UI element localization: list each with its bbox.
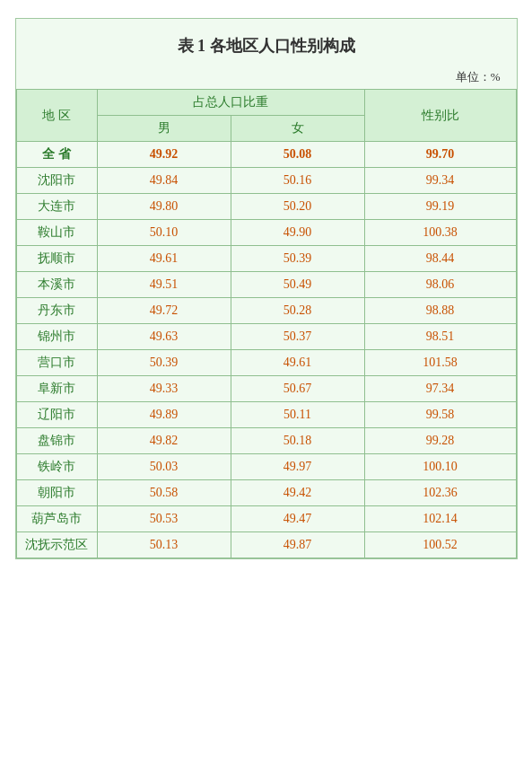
cell-female: 50.49: [231, 272, 364, 298]
cell-male: 50.39: [97, 350, 231, 376]
cell-sex-ratio: 99.34: [364, 168, 516, 194]
cell-male: 49.61: [97, 246, 231, 272]
cell-female: 50.39: [231, 246, 364, 272]
cell-sex-ratio: 98.88: [364, 298, 516, 324]
cell-sex-ratio: 100.38: [364, 220, 516, 246]
cell-region: 沈阳市: [16, 168, 97, 194]
table-row: 铁岭市50.0349.97100.10: [16, 454, 516, 480]
table-row: 抚顺市49.6150.3998.44: [16, 246, 516, 272]
table-row: 本溪市49.5150.4998.06: [16, 272, 516, 298]
cell-female: 50.18: [231, 428, 364, 454]
cell-region: 营口市: [16, 350, 97, 376]
cell-male: 50.10: [97, 220, 231, 246]
table-row: 辽阳市49.8950.1199.58: [16, 402, 516, 428]
header-region: 地 区: [16, 90, 97, 142]
cell-female: 49.87: [231, 532, 364, 558]
cell-female: 50.11: [231, 402, 364, 428]
cell-sex-ratio: 99.58: [364, 402, 516, 428]
cell-sex-ratio: 102.14: [364, 506, 516, 532]
cell-male: 49.72: [97, 298, 231, 324]
cell-sex-ratio: 100.52: [364, 532, 516, 558]
table-title: 表 1 各地区人口性别构成: [16, 19, 517, 67]
cell-sex-ratio: 99.28: [364, 428, 516, 454]
cell-female: 50.67: [231, 376, 364, 402]
table-row: 沈抚示范区50.1349.87100.52: [16, 532, 516, 558]
cell-female: 50.37: [231, 324, 364, 350]
table-row: 丹东市49.7250.2898.88: [16, 298, 516, 324]
cell-female: 49.47: [231, 506, 364, 532]
table-row: 葫芦岛市50.5349.47102.14: [16, 506, 516, 532]
cell-female: 49.97: [231, 454, 364, 480]
cell-sex-ratio: 98.06: [364, 272, 516, 298]
header-male: 男: [97, 116, 231, 142]
cell-female: 49.42: [231, 480, 364, 506]
cell-male: 50.58: [97, 480, 231, 506]
cell-region: 抚顺市: [16, 246, 97, 272]
cell-sex-ratio: 97.34: [364, 376, 516, 402]
cell-female: 49.61: [231, 350, 364, 376]
cell-sex-ratio: 98.51: [364, 324, 516, 350]
cell-female: 50.28: [231, 298, 364, 324]
cell-male: 50.03: [97, 454, 231, 480]
table-row: 锦州市49.6350.3798.51: [16, 324, 516, 350]
cell-sex-ratio: 99.70: [364, 142, 516, 168]
header-proportion-group: 占总人口比重: [97, 90, 364, 116]
cell-region: 本溪市: [16, 272, 97, 298]
cell-sex-ratio: 99.19: [364, 194, 516, 220]
cell-region: 锦州市: [16, 324, 97, 350]
cell-sex-ratio: 102.36: [364, 480, 516, 506]
cell-male: 49.84: [97, 168, 231, 194]
table-row: 朝阳市50.5849.42102.36: [16, 480, 516, 506]
table-row: 鞍山市50.1049.90100.38: [16, 220, 516, 246]
data-table: 地 区 占总人口比重 性别比 男 女 全 省49.9250.0899.70沈阳市…: [16, 89, 517, 558]
cell-region: 全 省: [16, 142, 97, 168]
cell-male: 49.51: [97, 272, 231, 298]
cell-sex-ratio: 98.44: [364, 246, 516, 272]
cell-region: 鞍山市: [16, 220, 97, 246]
cell-male: 49.63: [97, 324, 231, 350]
cell-male: 49.92: [97, 142, 231, 168]
cell-male: 50.53: [97, 506, 231, 532]
cell-female: 50.20: [231, 194, 364, 220]
unit-label: 单位：%: [16, 67, 517, 89]
cell-region: 葫芦岛市: [16, 506, 97, 532]
cell-sex-ratio: 101.58: [364, 350, 516, 376]
cell-male: 49.82: [97, 428, 231, 454]
header-sex-ratio: 性别比: [364, 90, 516, 142]
table-row: 营口市50.3949.61101.58: [16, 350, 516, 376]
cell-sex-ratio: 100.10: [364, 454, 516, 480]
cell-region: 大连市: [16, 194, 97, 220]
cell-region: 辽阳市: [16, 402, 97, 428]
cell-region: 丹东市: [16, 298, 97, 324]
cell-male: 49.33: [97, 376, 231, 402]
cell-male: 49.89: [97, 402, 231, 428]
table-row: 盘锦市49.8250.1899.28: [16, 428, 516, 454]
cell-region: 沈抚示范区: [16, 532, 97, 558]
table-container: 表 1 各地区人口性别构成 单位：% 地 区 占总人口比重 性别比 男 女 全 …: [15, 18, 518, 559]
table-row: 全 省49.9250.0899.70: [16, 142, 516, 168]
cell-region: 阜新市: [16, 376, 97, 402]
table-row: 大连市49.8050.2099.19: [16, 194, 516, 220]
cell-region: 铁岭市: [16, 454, 97, 480]
cell-region: 盘锦市: [16, 428, 97, 454]
table-row: 阜新市49.3350.6797.34: [16, 376, 516, 402]
cell-male: 49.80: [97, 194, 231, 220]
header-female: 女: [231, 116, 364, 142]
cell-region: 朝阳市: [16, 480, 97, 506]
cell-male: 50.13: [97, 532, 231, 558]
cell-female: 50.08: [231, 142, 364, 168]
cell-female: 49.90: [231, 220, 364, 246]
table-row: 沈阳市49.8450.1699.34: [16, 168, 516, 194]
cell-female: 50.16: [231, 168, 364, 194]
